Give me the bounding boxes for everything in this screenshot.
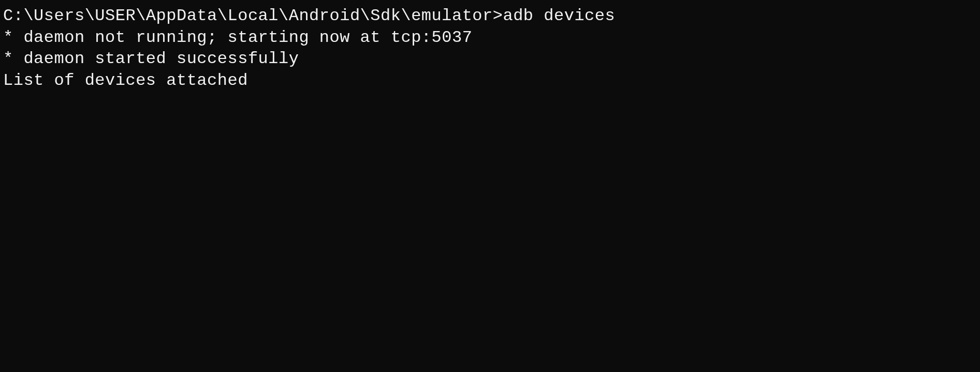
typed-command: adb devices: [503, 6, 615, 25]
output-line: List of devices attached: [3, 70, 977, 92]
command-line: C:\Users\USER\AppData\Local\Android\Sdk\…: [3, 6, 615, 25]
terminal-window[interactable]: C:\Users\USER\AppData\Local\Android\Sdk\…: [3, 5, 977, 91]
prompt-path: C:\Users\USER\AppData\Local\Android\Sdk\…: [3, 6, 503, 25]
output-line: * daemon started successfully: [3, 48, 977, 70]
output-line: * daemon not running; starting now at tc…: [3, 27, 977, 49]
